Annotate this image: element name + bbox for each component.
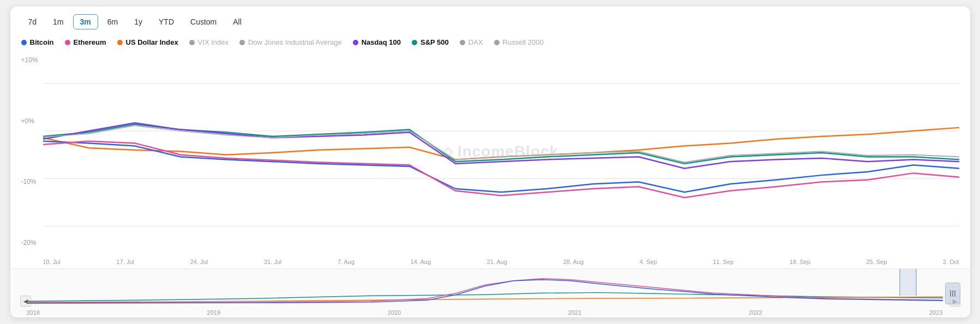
- time-btn-1y[interactable]: 1y: [127, 14, 149, 29]
- mini-x-axis: 201820192020202120222023: [27, 309, 943, 316]
- time-btn-3m[interactable]: 3m: [73, 14, 98, 29]
- legend-label: DAX: [468, 38, 483, 46]
- legend-label: Nasdaq 100: [362, 38, 401, 46]
- time-btn-all[interactable]: All: [226, 14, 249, 29]
- x-axis-label: 10. Jul: [43, 259, 61, 265]
- legend-dot: [21, 40, 27, 45]
- chart-svg: ◇ IncomeBlock: [43, 56, 959, 247]
- legend-label: US Dollar Index: [126, 38, 178, 46]
- time-btn-custom[interactable]: Custom: [183, 14, 224, 29]
- mini-scroll-handle[interactable]: [945, 283, 960, 304]
- toolbar: 7d1m3m6m1yYTDCustomAll: [10, 7, 970, 35]
- x-axis-label: 17. Jul: [117, 259, 134, 265]
- x-axis-label: 21. Aug: [487, 259, 507, 265]
- time-btn-7d[interactable]: 7d: [21, 14, 44, 29]
- time-btn-6m[interactable]: 6m: [100, 14, 125, 29]
- mini-chart-area: ◀ 201820192020202120222023 ▶: [10, 268, 970, 317]
- mini-x-axis-label: 2022: [749, 309, 762, 316]
- mini-x-axis-label: 2021: [568, 309, 581, 316]
- legend-label: Dow Jones Industrial Average: [248, 38, 342, 46]
- y-axis: +10%+0%-10%-20%: [21, 56, 43, 247]
- legend-item-s&p-500[interactable]: S&P 500: [412, 38, 449, 46]
- legend-label: S&P 500: [420, 38, 449, 46]
- legend-item-ethereum[interactable]: Ethereum: [65, 38, 106, 46]
- legend: BitcoinEthereumUS Dollar IndexVIX IndexD…: [10, 35, 970, 51]
- legend-label: VIX Index: [198, 38, 229, 46]
- x-axis-label: 24. Jul: [190, 259, 208, 265]
- x-axis: 10. Jul17. Jul24. Jul31. Jul7. Aug14. Au…: [43, 259, 959, 265]
- y-axis-label: +10%: [21, 56, 43, 64]
- legend-label: Bitcoin: [30, 38, 54, 46]
- time-btn-ytd[interactable]: YTD: [152, 14, 181, 29]
- legend-dot: [65, 40, 70, 45]
- mini-x-axis-label: 2020: [388, 309, 401, 316]
- mini-chart-svg: [27, 269, 943, 307]
- legend-dot: [189, 40, 195, 45]
- legend-dot: [412, 40, 417, 45]
- y-axis-label: +0%: [21, 117, 43, 125]
- legend-item-bitcoin[interactable]: Bitcoin: [21, 38, 54, 46]
- mini-x-axis-label: 2023: [929, 309, 942, 316]
- x-axis-label: 14. Aug: [411, 259, 431, 265]
- legend-item-dow-jones-industrial-average[interactable]: Dow Jones Industrial Average: [239, 38, 342, 46]
- legend-dot: [494, 40, 500, 45]
- time-btn-1m[interactable]: 1m: [46, 14, 70, 29]
- x-axis-label: 4. Sep: [640, 259, 657, 265]
- legend-item-dax[interactable]: DAX: [460, 38, 483, 46]
- x-axis-label: 25. Sep: [866, 259, 887, 265]
- x-axis-label: 18. Sep: [790, 259, 810, 265]
- legend-label: Ethereum: [74, 38, 106, 46]
- legend-dot: [117, 40, 123, 45]
- x-axis-label: 2. Oct: [943, 259, 959, 265]
- legend-item-russell-2000[interactable]: Russell 2000: [494, 38, 544, 46]
- legend-item-us-dollar-index[interactable]: US Dollar Index: [117, 38, 178, 46]
- x-axis-label: 11. Sep: [713, 259, 734, 265]
- chart-container: 7d1m3m6m1yYTDCustomAll BitcoinEthereumUS…: [10, 7, 970, 317]
- mini-chart-selection[interactable]: [899, 269, 917, 296]
- legend-item-vix-index[interactable]: VIX Index: [189, 38, 229, 46]
- mini-scrollbar[interactable]: [945, 283, 960, 304]
- x-axis-label: 31. Jul: [264, 259, 281, 265]
- main-chart-area: +10%+0%-10%-20%: [10, 51, 970, 268]
- y-axis-label: -20%: [21, 239, 43, 247]
- x-axis-label: 28. Aug: [563, 259, 584, 265]
- x-axis-label: 7. Aug: [338, 259, 354, 265]
- legend-dot: [353, 40, 358, 45]
- legend-dot: [239, 40, 245, 45]
- mini-x-axis-label: 2018: [27, 309, 40, 316]
- legend-label: Russell 2000: [503, 38, 544, 46]
- y-axis-label: -10%: [21, 178, 43, 185]
- legend-dot: [460, 40, 465, 45]
- legend-item-nasdaq-100[interactable]: Nasdaq 100: [353, 38, 401, 46]
- mini-x-axis-label: 2019: [207, 309, 220, 316]
